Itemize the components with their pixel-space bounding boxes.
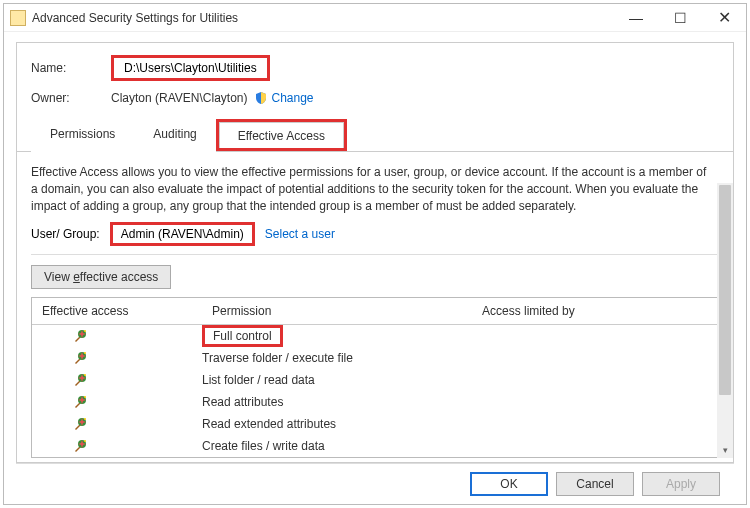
list-item[interactable]: Read extended attributes	[32, 413, 718, 435]
folder-icon	[10, 10, 26, 26]
permission-label: Read attributes	[202, 395, 472, 409]
permission-label: Read extended attributes	[202, 417, 472, 431]
name-label: Name:	[31, 61, 111, 75]
svg-point-1	[84, 330, 86, 332]
permission-granted-icon	[32, 438, 202, 454]
scrollbar-thumb[interactable]	[719, 185, 731, 395]
content-panel: Name: D:\Users\Clayton\Utilities Owner: …	[16, 42, 734, 463]
ok-button[interactable]: OK	[470, 472, 548, 496]
tab-highlight: Effective Access	[216, 119, 347, 151]
tabs: Permissions Auditing Effective Access	[17, 119, 733, 152]
change-owner-link[interactable]: Change	[272, 91, 314, 105]
view-effective-access-label: View effective access	[44, 270, 158, 284]
svg-point-7	[84, 396, 86, 398]
tab-effective-access[interactable]: Effective Access	[219, 122, 344, 148]
apply-button: Apply	[642, 472, 720, 496]
owner-label: Owner:	[31, 91, 111, 105]
tab-permissions[interactable]: Permissions	[31, 120, 134, 152]
shield-icon	[254, 91, 268, 105]
svg-point-9	[84, 418, 86, 420]
maximize-button[interactable]: ☐	[658, 4, 702, 32]
col-permission[interactable]: Permission	[202, 302, 472, 320]
close-button[interactable]: ✕	[702, 4, 746, 32]
select-user-link[interactable]: Select a user	[265, 227, 335, 241]
list-item[interactable]: Full control	[32, 325, 718, 347]
list-item[interactable]: List folder / read data	[32, 369, 718, 391]
permission-label: Full control	[202, 325, 472, 347]
permission-label: Traverse folder / execute file	[202, 351, 472, 365]
security-settings-window: Advanced Security Settings for Utilities…	[3, 3, 747, 505]
view-effective-access-button[interactable]: View effective access	[31, 265, 171, 289]
scrollbar-down-icon[interactable]: ▾	[717, 442, 733, 458]
name-value: D:\Users\Clayton\Utilities	[111, 55, 270, 81]
svg-point-3	[84, 352, 86, 354]
tab-auditing[interactable]: Auditing	[134, 120, 215, 152]
svg-point-11	[84, 440, 86, 442]
list-item[interactable]: Create files / write data	[32, 435, 718, 457]
scrollbar[interactable]: ▾	[717, 183, 733, 458]
permission-granted-icon	[32, 416, 202, 432]
permission-label: List folder / read data	[202, 373, 472, 387]
effective-access-description: Effective Access allows you to view the …	[17, 152, 733, 222]
owner-value: Clayton (RAVEN\Clayton)	[111, 91, 248, 105]
permission-label: Create files / write data	[202, 439, 472, 453]
permission-granted-icon	[32, 328, 202, 344]
svg-point-5	[84, 374, 86, 376]
dialog-buttons: OK Cancel Apply	[16, 463, 734, 504]
col-access-limited-by[interactable]: Access limited by	[472, 302, 718, 320]
user-group-label: User/ Group:	[31, 227, 100, 241]
minimize-button[interactable]: —	[614, 4, 658, 32]
effective-access-list: Effective access Permission Access limit…	[31, 297, 719, 458]
list-item[interactable]: Traverse folder / execute file	[32, 347, 718, 369]
titlebar: Advanced Security Settings for Utilities…	[4, 4, 746, 32]
user-group-value: Admin (RAVEN\Admin)	[110, 222, 255, 246]
permission-granted-icon	[32, 350, 202, 366]
col-effective-access[interactable]: Effective access	[32, 302, 202, 320]
cancel-button[interactable]: Cancel	[556, 472, 634, 496]
list-item[interactable]: Read attributes	[32, 391, 718, 413]
permission-granted-icon	[32, 372, 202, 388]
permission-granted-icon	[32, 394, 202, 410]
window-title: Advanced Security Settings for Utilities	[32, 11, 614, 25]
